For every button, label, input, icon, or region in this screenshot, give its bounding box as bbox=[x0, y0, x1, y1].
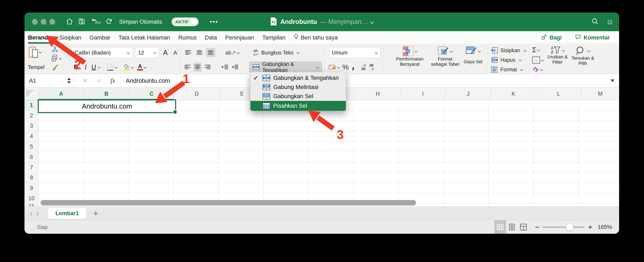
menu-item-gabung-melintasi[interactable]: Gabung Melintasi bbox=[250, 83, 346, 92]
insert-function-icon[interactable]: fx bbox=[110, 77, 115, 84]
close-window-button[interactable] bbox=[32, 19, 38, 25]
add-sheet-button[interactable]: + bbox=[93, 209, 98, 218]
underline-button[interactable]: U bbox=[91, 63, 100, 71]
row-header-10[interactable]: 10 bbox=[24, 193, 38, 204]
column-header-b[interactable]: B bbox=[84, 87, 129, 100]
shrink-font-button[interactable]: Aˇ bbox=[174, 49, 178, 56]
comma-style-button[interactable]: , bbox=[352, 64, 354, 68]
column-header-m[interactable]: M bbox=[581, 87, 619, 100]
sort-filter-button[interactable]: AZ Urutkan &Filter bbox=[546, 46, 570, 65]
find-select-button[interactable]: Temukan &Pilih bbox=[571, 46, 594, 66]
share-button[interactable]: Bagi bbox=[536, 33, 566, 43]
grid-row-5[interactable]: 5 bbox=[24, 142, 619, 152]
insert-cells-button[interactable]: Sisipkan bbox=[490, 46, 526, 55]
grid-row-4[interactable]: 4 bbox=[24, 131, 619, 142]
fill-handle[interactable] bbox=[173, 110, 177, 114]
tab-tampilan[interactable]: Tampilan bbox=[262, 31, 286, 44]
name-box[interactable]: A1 bbox=[24, 74, 74, 87]
grid-row-9[interactable]: 9 bbox=[24, 183, 619, 193]
home-icon[interactable] bbox=[66, 18, 73, 26]
column-header-d[interactable]: D bbox=[174, 87, 220, 100]
merge-center-button[interactable]: Gabungkan & Tengahkan bbox=[249, 62, 322, 73]
wrap-text-button[interactable]: ab c↩ Bungkus Teks bbox=[254, 49, 300, 56]
grid-row-7[interactable]: 7 bbox=[24, 162, 619, 173]
tab-peninjauan[interactable]: Peninjauan bbox=[225, 31, 254, 44]
delete-cells-button[interactable]: Hapus bbox=[490, 56, 521, 64]
selected-merged-cell-a1[interactable]: Androbuntu.com bbox=[38, 99, 176, 113]
title-chevron-icon[interactable] bbox=[370, 20, 374, 24]
zoom-slider-knob[interactable] bbox=[566, 223, 573, 231]
borders-button[interactable] bbox=[107, 64, 117, 70]
row-header-8[interactable]: 8 bbox=[24, 173, 38, 183]
italic-button[interactable]: I bbox=[81, 63, 90, 71]
tab-rumus[interactable]: Rumus bbox=[178, 31, 197, 44]
align-left-button[interactable] bbox=[184, 63, 192, 72]
page-break-view-button[interactable] bbox=[518, 220, 529, 234]
row-header-2[interactable]: 2 bbox=[24, 111, 38, 121]
row-header-7[interactable]: 7 bbox=[24, 162, 38, 173]
row-header-5[interactable]: 5 bbox=[24, 142, 38, 152]
copy-button[interactable] bbox=[50, 54, 62, 62]
cut-button[interactable] bbox=[52, 46, 58, 53]
redo-icon[interactable] bbox=[106, 18, 112, 26]
number-format-select[interactable]: Umum bbox=[329, 47, 380, 58]
page-layout-view-button[interactable] bbox=[506, 220, 518, 234]
paste-button[interactable] bbox=[29, 46, 42, 58]
menu-item-pisahkan-sel[interactable]: Pisahkan Sel bbox=[250, 101, 346, 111]
decrease-indent-button[interactable] bbox=[221, 63, 229, 72]
select-all-corner[interactable] bbox=[24, 87, 38, 100]
row-header-4[interactable]: 4 bbox=[24, 131, 38, 142]
fill-button[interactable]: ↓ bbox=[532, 57, 544, 64]
autosum-button[interactable]: Σ bbox=[532, 46, 544, 54]
cancel-icon[interactable]: × bbox=[82, 78, 88, 84]
increase-decimal-button[interactable]: ←0 .00 bbox=[360, 64, 366, 71]
row-header-1[interactable]: 1 bbox=[24, 100, 38, 110]
row-header-6[interactable]: 6 bbox=[24, 152, 38, 162]
more-toolbar-icon[interactable]: ••• bbox=[210, 18, 218, 25]
normal-view-button[interactable] bbox=[494, 220, 506, 234]
enter-icon[interactable]: ✓ bbox=[96, 76, 102, 85]
percent-style-button[interactable]: % bbox=[342, 63, 349, 71]
zoom-level[interactable]: 165% bbox=[598, 224, 612, 230]
decrease-decimal-button[interactable]: .00 →0 bbox=[368, 64, 374, 71]
currency-format-button[interactable] bbox=[329, 64, 340, 70]
fill-color-button[interactable] bbox=[124, 64, 134, 70]
column-header-a[interactable]: A bbox=[38, 87, 84, 100]
grow-font-button[interactable]: Aˆ bbox=[163, 49, 169, 57]
save-icon[interactable] bbox=[78, 18, 85, 26]
formula-bar-value[interactable]: Androbuntu.com bbox=[126, 77, 170, 84]
row-header-9[interactable]: 9 bbox=[24, 183, 38, 193]
tab-data[interactable]: Data bbox=[205, 31, 217, 44]
tab-sisipkan[interactable]: Sisipkan bbox=[59, 31, 81, 44]
grid-row-8[interactable]: 8 bbox=[24, 173, 619, 183]
column-header-h[interactable]: H bbox=[355, 87, 400, 100]
font-color-button[interactable]: A bbox=[137, 64, 146, 70]
format-painter-button[interactable] bbox=[52, 64, 59, 72]
minimize-window-button[interactable] bbox=[41, 19, 46, 25]
increase-indent-button[interactable] bbox=[231, 63, 239, 72]
grid-row-6[interactable]: 6 bbox=[24, 152, 619, 162]
font-name-select[interactable]: Calibri (Badan) bbox=[72, 47, 132, 58]
clear-button[interactable] bbox=[532, 66, 544, 73]
row-header-3[interactable]: 3 bbox=[24, 121, 38, 131]
zoom-in-button[interactable]: + bbox=[588, 223, 592, 231]
column-header-i[interactable]: I bbox=[400, 87, 446, 100]
align-top-button[interactable] bbox=[184, 48, 193, 57]
grid-row-3[interactable]: 3 bbox=[24, 121, 619, 132]
font-size-select[interactable]: 12 bbox=[135, 47, 159, 58]
bold-button[interactable]: B bbox=[72, 63, 81, 71]
column-header-c[interactable]: C bbox=[129, 87, 174, 100]
menu-item-gabungkan-tengahkan[interactable]: ✓ Gabungkan & Tengahkan bbox=[250, 73, 346, 83]
sheet-tab-lembar1[interactable]: Lembar1 bbox=[48, 208, 86, 219]
tab-beranda[interactable]: Beranda bbox=[28, 31, 51, 44]
autosave-toggle[interactable]: AKTIF bbox=[172, 18, 198, 26]
maximize-window-button[interactable] bbox=[50, 19, 55, 25]
column-header-j[interactable]: J bbox=[446, 87, 491, 100]
tab-gambar[interactable]: Gambar bbox=[90, 31, 110, 44]
column-header-l[interactable]: L bbox=[536, 87, 581, 100]
tab-tata-letak-halaman[interactable]: Tata Letak Halaman bbox=[118, 31, 170, 44]
conditional-formatting-button[interactable]: PemformatanBersyarat bbox=[392, 46, 428, 67]
align-right-button[interactable] bbox=[203, 63, 212, 72]
format-as-table-button[interactable]: Formatsebagai Tabel bbox=[428, 46, 462, 67]
search-icon[interactable] bbox=[592, 18, 598, 26]
